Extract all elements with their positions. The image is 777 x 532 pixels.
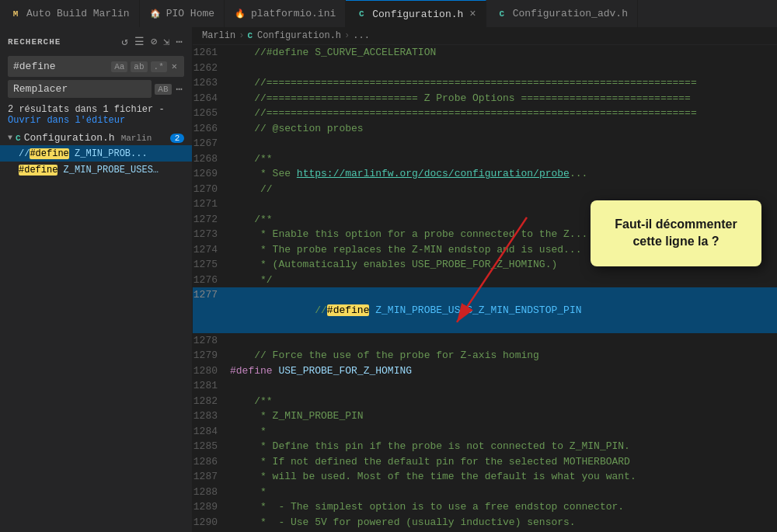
code-line: 1280 #define USE_PROBE_FOR_Z_HOMING <box>193 363 777 379</box>
line-content <box>230 136 777 151</box>
file-c-icon: C <box>16 134 21 143</box>
line-content: * Z_MIN_PROBE_PIN <box>230 409 777 424</box>
code-line: 1287 * will be used. Most of the time th… <box>193 469 777 485</box>
line-content: * <box>230 485 777 500</box>
breadcrumb-sep-1: › <box>239 30 244 41</box>
more-options-icon[interactable]: ⋯ <box>175 33 184 50</box>
line-content: //========================= Z Probe Opti… <box>230 91 777 106</box>
line-number: 1286 <box>193 454 230 470</box>
tab-pio-home[interactable]: 🏠 PIO Home <box>140 0 225 27</box>
match-highlight: #define <box>19 165 57 176</box>
line-content: // Force the use of the probe for Z-axis… <box>230 348 777 363</box>
tab-configuration[interactable]: C Configuration.h × <box>346 0 486 27</box>
line-content <box>230 333 777 349</box>
breadcrumb-marlin: Marlin <box>202 30 235 41</box>
result-file-name: Configuration.h <box>24 132 115 144</box>
tab-platformio[interactable]: 🔥 platformio.ini <box>225 0 346 27</box>
tab-configuration-adv-label: Configuration_adv.h <box>513 8 628 19</box>
tab-pio-home-label: PIO Home <box>166 8 214 19</box>
line-content: * See https://marlinfw.org/docs/configur… <box>230 166 777 182</box>
line-number: 1261 <box>193 45 230 61</box>
close-configuration-button[interactable]: × <box>469 8 476 20</box>
search-input[interactable] <box>13 61 108 72</box>
line-number: 1275 <box>193 257 230 273</box>
search-close-icon[interactable]: ✕ <box>170 59 179 74</box>
result-open-icon[interactable]: ⇲ <box>162 147 172 160</box>
collapse-icon[interactable]: ☰ <box>133 33 146 50</box>
marlin-link[interactable]: https://marlinfw.org/docs/configuration/… <box>297 168 570 179</box>
fire-icon: 🔥 <box>234 8 246 20</box>
line-content: /** <box>230 394 777 409</box>
code-line: 1265 //=================================… <box>193 106 777 121</box>
result-file-path: Marlin <box>121 134 152 143</box>
chevron-down-icon: ▼ <box>8 134 12 142</box>
open-in-editor-link[interactable]: Ouvrir dans l'éditeur <box>8 115 125 126</box>
tab-configuration-adv[interactable]: C Configuration_adv.h <box>486 0 638 27</box>
line-content: /** <box>230 151 777 167</box>
highlighted-code-line: 1277 //#define Z_MIN_PROBE_USES_Z_MIN_EN… <box>193 287 777 333</box>
line-number: 1269 <box>193 166 230 182</box>
line-number: 1267 <box>193 136 230 151</box>
code-line: 1266 // @section probes <box>193 121 777 137</box>
code-line: 1284 * <box>193 424 777 440</box>
code-line: 1263 //=================================… <box>193 75 777 91</box>
search-input-area: Aa ab .* ✕ AB ⋯ <box>0 53 192 101</box>
line-number: 1288 <box>193 485 230 500</box>
line-number: 1263 <box>193 75 230 91</box>
code-line: 1289 * - The simplest option is to use a… <box>193 499 777 515</box>
line-number: 1273 <box>193 227 230 242</box>
clear-results-icon[interactable]: ⊘ <box>149 33 159 50</box>
result-open-icon-2[interactable]: ⇲ <box>162 163 172 176</box>
preserve-case-badge[interactable]: AB <box>155 84 171 95</box>
line-content <box>230 378 777 394</box>
line-content: * - The simplest option is to use a free… <box>230 499 777 515</box>
line-number: 1283 <box>193 409 230 424</box>
result-item[interactable]: #define Z_MIN_PROBE_USES_Z_MIN... ⇲ ✕ <box>0 162 192 178</box>
file-result-header[interactable]: ▼ C Configuration.h Marlin 2 <box>0 130 192 145</box>
code-line: 1262 <box>193 61 777 76</box>
whole-word-badge[interactable]: ab <box>131 61 147 72</box>
match-highlight: #define <box>327 304 370 316</box>
main-area: RECHERCHE ↺ ☰ ⊘ ⇲ ⋯ Aa ab .* ✕ AB <box>0 27 777 532</box>
editor-area: Marlin › C Configuration.h › ... 1261 //… <box>193 27 777 532</box>
code-line: 1270 // <box>193 182 777 197</box>
tab-auto-build[interactable]: M Auto Build Marlin <box>0 0 140 27</box>
refresh-icon[interactable]: ↺ <box>120 33 129 50</box>
code-line: 1268 /** <box>193 151 777 167</box>
result-text-2: #define Z_MIN_PROBE_USES_Z_MIN... <box>19 165 159 176</box>
open-editor-icon[interactable]: ⇲ <box>162 33 171 50</box>
line-number: 1279 <box>193 348 230 363</box>
code-area[interactable]: 1261 //#define S_CURVE_ACCELERATION 1262… <box>193 45 777 532</box>
code-line: 1290 * - Use 5V for powered (usually ind… <box>193 515 777 530</box>
line-content: * - Use 5V for powered (usually inductiv… <box>230 515 777 530</box>
line-number: 1278 <box>193 333 230 349</box>
code-line: 1267 <box>193 136 777 151</box>
replace-options-icon[interactable]: ⋯ <box>175 81 184 97</box>
line-number: 1270 <box>193 182 230 197</box>
regex-badge[interactable]: .* <box>151 61 167 72</box>
result-close-icon[interactable]: ✕ <box>174 147 184 160</box>
line-content: * Define this pin if the probe is not co… <box>230 439 777 454</box>
line-number: 1271 <box>193 196 230 212</box>
c-file-icon: C <box>355 8 368 20</box>
file-results: ▼ C Configuration.h Marlin 2 //#define Z… <box>0 127 192 532</box>
line-content: //#define S_CURVE_ACCELERATION <box>230 45 777 61</box>
code-line: 1276 */ <box>193 273 777 288</box>
line-number: 1262 <box>193 61 230 76</box>
result-text-1: //#define Z_MIN_PROB... <box>19 148 159 159</box>
tooltip-text: Faut-il décommenter cette ligne la ? <box>615 217 737 248</box>
match-case-badge[interactable]: Aa <box>111 61 127 72</box>
line-number: 1290 <box>193 515 230 530</box>
result-item[interactable]: //#define Z_MIN_PROB... ⇲ ✕ <box>0 145 192 162</box>
m-icon: M <box>9 8 22 20</box>
search-header: RECHERCHE ↺ ☰ ⊘ ⇲ ⋯ <box>0 27 192 53</box>
replace-row: AB ⋯ <box>8 80 184 98</box>
tab-bar: M Auto Build Marlin 🏠 PIO Home 🔥 platfor… <box>0 0 777 27</box>
line-number: 1280 <box>193 363 230 379</box>
result-close-icon-2[interactable]: ✕ <box>174 163 184 176</box>
code-table: 1261 //#define S_CURVE_ACCELERATION 1262… <box>193 45 777 532</box>
breadcrumb-file: Configuration.h <box>257 30 341 41</box>
line-number: 1265 <box>193 106 230 121</box>
replace-input[interactable] <box>13 83 146 95</box>
tab-configuration-label: Configuration.h <box>372 9 463 20</box>
